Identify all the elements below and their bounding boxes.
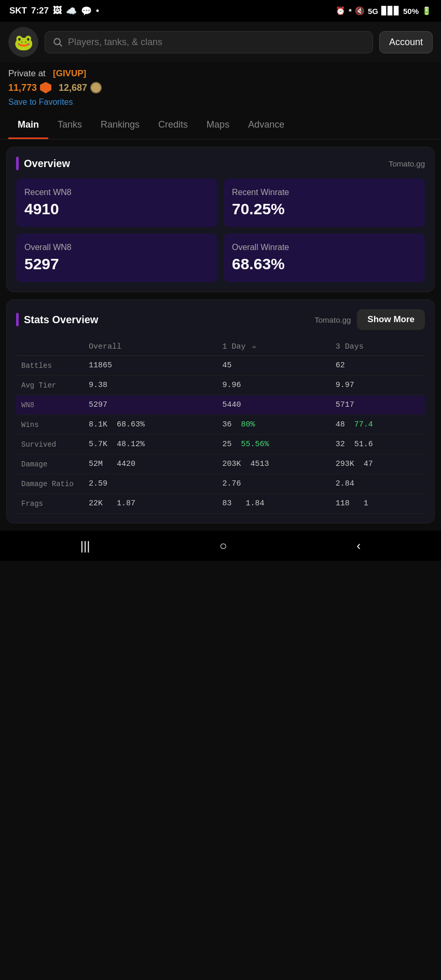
recent-wn8-label: Recent WN8 (24, 188, 209, 197)
nav-back-button[interactable]: ‹ (348, 536, 369, 555)
row-label-survived: Survived (16, 435, 84, 454)
alarm-icon: ⏰ (336, 6, 346, 16)
bottom-nav: ||| ○ ‹ (0, 531, 441, 561)
status-photo-icon: 🖼 (53, 6, 62, 16)
col-header-1day: 1 Day ✏️ (217, 338, 330, 356)
overall-winrate-box: Overall Winrate 68.63% (224, 233, 425, 282)
status-bar: SKT 7:27 🖼 ☁️ 💬 • ⏰ * 🔇 5G ▊▊▊ 50% 🔋 (0, 0, 441, 22)
overview-card: Overview Tomato.gg Recent WN8 4910 Recen… (6, 147, 435, 292)
card-accent-bar (16, 157, 19, 170)
wins-overall: 8.1K 68.63% (84, 415, 217, 435)
stats-overview-title-text: Stats Overview (24, 314, 98, 326)
stat1-value: 11,773 (8, 82, 37, 93)
stats-table: Overall 1 Day ✏️ 3 Days Battles 11865 45… (16, 338, 425, 514)
table-row: Wins 8.1K 68.63% 36 80% 48 77.4 (16, 415, 425, 435)
recent-wn8-box: Recent WN8 4910 (16, 178, 217, 227)
search-input[interactable] (68, 37, 365, 48)
recent-winrate-box: Recent Winrate 70.25% (224, 178, 425, 227)
tab-maps[interactable]: Maps (197, 112, 239, 139)
row-label-frags: Frags (16, 494, 84, 514)
status-cloud-icon: ☁️ (66, 6, 77, 17)
overall-winrate-label: Overall Winrate (232, 243, 417, 252)
wins-1day: 36 80% (217, 415, 330, 435)
profile-info: Private at [GIVUP] 11,773 12,687 Save to… (0, 62, 441, 112)
col-header-overall: Overall (84, 338, 217, 356)
stat-badge-1: 11,773 (8, 82, 51, 93)
network-icon: 5G (368, 7, 378, 16)
mute-icon: 🔇 (355, 6, 365, 16)
battles-3days: 62 (330, 356, 425, 376)
dmgratio-1day: 2.76 (217, 474, 330, 494)
dmgratio-3days: 2.84 (330, 474, 425, 494)
tab-main[interactable]: Main (8, 112, 48, 139)
show-more-button[interactable]: Show More (357, 309, 425, 330)
bluetooth-icon: * (349, 7, 352, 16)
table-header-row: Overall 1 Day ✏️ 3 Days (16, 338, 425, 356)
overview-card-header: Overview Tomato.gg (16, 157, 425, 170)
overview-title-text: Overview (24, 158, 70, 170)
battles-overall: 11865 (84, 356, 217, 376)
wn8-1day: 5440 (217, 395, 330, 415)
overall-wn8-value: 5297 (24, 255, 209, 273)
avgtier-overall: 9.38 (84, 376, 217, 395)
frags-3days: 118 1 (330, 494, 425, 514)
row-label-wn8: WN8 (16, 395, 84, 415)
status-dot-icon: • (96, 6, 99, 16)
account-button[interactable]: Account (379, 31, 433, 53)
row-label-damage: Damage (16, 454, 84, 474)
overview-source: Tomato.gg (389, 159, 425, 168)
tab-advance[interactable]: Advance (239, 112, 294, 139)
avatar: 🐸 (8, 27, 38, 57)
survived-3days: 32 51.6 (330, 435, 425, 454)
tab-credits[interactable]: Credits (149, 112, 197, 139)
row-label-wins: Wins (16, 415, 84, 435)
survived-1day: 25 55.56% (217, 435, 330, 454)
signal-icon: ▊▊▊ (381, 6, 400, 16)
wn8-overall: 5297 (84, 395, 217, 415)
overall-winrate-value: 68.63% (232, 255, 417, 273)
overview-grid: Recent WN8 4910 Recent Winrate 70.25% Ov… (16, 178, 425, 282)
stats-overview-title: Stats Overview (16, 313, 98, 326)
status-chat-icon: 💬 (81, 6, 92, 17)
stats-table-wrapper: Overall 1 Day ✏️ 3 Days Battles 11865 45… (16, 338, 425, 514)
recent-winrate-label: Recent Winrate (232, 188, 417, 197)
col-header-3days: 3 Days (330, 338, 425, 356)
time-label: 7:27 (31, 6, 49, 16)
clan-line: Private at [GIVUP] (8, 68, 433, 79)
row-label-dmgratio: Damage Ratio (16, 474, 84, 494)
recent-winrate-value: 70.25% (232, 200, 417, 218)
save-favorites-link[interactable]: Save to Favorites (8, 98, 433, 107)
rank-label: Private at (8, 68, 46, 78)
avgtier-1day: 9.96 (217, 376, 330, 395)
shield-icon (40, 82, 51, 93)
header: 🐸 Account (0, 22, 441, 62)
coin-icon (90, 82, 102, 93)
stats-overview-card-header: Stats Overview Tomato.gg Show More (16, 309, 425, 330)
overall-wn8-box: Overall WN8 5297 (16, 233, 217, 282)
svg-point-0 (54, 38, 60, 45)
search-bar[interactable] (45, 31, 373, 53)
battles-1day: 45 (217, 356, 330, 376)
stats-overview-card: Stats Overview Tomato.gg Show More Overa… (6, 299, 435, 523)
stats-line: 11,773 12,687 (8, 82, 433, 93)
nav-menu-button[interactable]: ||| (72, 536, 99, 555)
row-label-avgtier: Avg Tier (16, 376, 84, 395)
avatar-emoji: 🐸 (14, 33, 33, 51)
carrier-label: SKT (9, 6, 27, 16)
stats-card-accent-bar (16, 313, 19, 326)
nav-home-button[interactable]: ○ (211, 536, 236, 555)
status-left: SKT 7:27 🖼 ☁️ 💬 • (9, 6, 99, 17)
clan-tag[interactable]: [GIVUP] (53, 68, 86, 78)
tab-tanks[interactable]: Tanks (48, 112, 91, 139)
stat-badge-2: 12,687 (59, 82, 102, 93)
damage-1day: 203K 4513 (217, 454, 330, 474)
battery-icon: 🔋 (422, 6, 432, 16)
stat2-value: 12,687 (59, 82, 87, 93)
col-header-label (16, 338, 84, 356)
avgtier-3days: 9.97 (330, 376, 425, 395)
edit-icon[interactable]: ✏️ (253, 342, 257, 351)
survived-overall: 5.7K 48.12% (84, 435, 217, 454)
table-row: Survived 5.7K 48.12% 25 55.56% 32 51.6 (16, 435, 425, 454)
tab-rankings[interactable]: Rankings (91, 112, 149, 139)
table-row: Frags 22K 1.87 83 1.84 118 1 (16, 494, 425, 514)
